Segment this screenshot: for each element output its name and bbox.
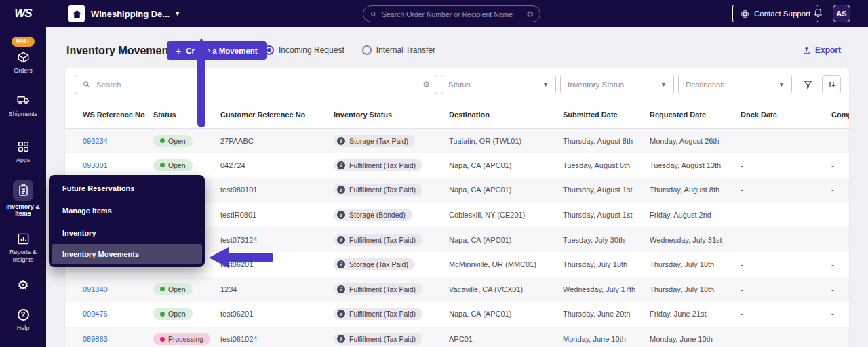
filter-funnel-button[interactable] — [799, 76, 816, 94]
table-cell: iStorage (Tax Paid) — [334, 252, 449, 277]
table-cell: Tuesday, August 13th — [650, 153, 741, 178]
table-cell: - — [831, 327, 849, 347]
nav-label-orders: Orders — [14, 67, 33, 75]
radio-unselected-icon — [362, 45, 372, 55]
menu-item-inventory-movements[interactable]: Inventory Movements — [52, 244, 202, 264]
ws-reference-link[interactable]: 089863 — [83, 335, 108, 343]
ws-reference-link[interactable]: 091840 — [83, 285, 108, 293]
column-header-customer-reference[interactable]: Customer Reference No — [220, 101, 334, 128]
inventory-status-filter-dropdown[interactable]: Inventory Status ▼ — [560, 75, 674, 94]
sidebar-divider — [8, 300, 38, 300]
table-row[interactable]: 093001Open042724iFulfillment (Tax Paid)N… — [65, 153, 849, 178]
table-row[interactable]: 089863Processingtest061024iFulfillment (… — [65, 327, 849, 347]
topbar: Wineshipping De... ▼ ⚙ Contact Support A… — [46, 0, 868, 27]
export-icon — [802, 46, 811, 55]
column-header-dock-date[interactable]: Dock Date — [741, 101, 831, 128]
table-cell: 090476 — [65, 302, 153, 327]
menu-item-inventory[interactable]: Inventory — [49, 222, 205, 244]
app-root: WS 999+ Orders Shipments Apps Inventory … — [0, 0, 868, 347]
sort-button[interactable] — [822, 75, 841, 94]
inventory-status-badge: iFulfillment (Tax Paid) — [334, 333, 422, 345]
table-cell: Friday, August 2nd — [650, 203, 741, 228]
sidebar-item-reports-insights[interactable]: Reports & Insights — [1, 231, 45, 263]
table-cell: Thursday, August 1st — [563, 203, 650, 228]
search-options-gear-icon[interactable]: ⚙ — [422, 81, 430, 89]
global-search-input[interactable] — [382, 10, 522, 18]
view-radio-group: Incoming Request Internal Transfer — [264, 45, 435, 55]
table-cell: iStorage (Tax Paid) — [334, 128, 449, 153]
funnel-icon — [803, 79, 813, 89]
destination-filter-dropdown[interactable]: Destination ▼ — [678, 75, 792, 94]
column-header-submitted-date[interactable]: Submitted Date — [563, 101, 650, 128]
package-icon — [16, 49, 31, 64]
notifications-bell-icon[interactable] — [813, 7, 823, 20]
radio-incoming-request[interactable]: Incoming Request — [264, 45, 344, 55]
export-button[interactable]: Export — [802, 45, 841, 55]
chevron-down-icon: ▼ — [660, 81, 667, 88]
contact-support-button[interactable]: Contact Support — [732, 5, 818, 22]
ws-reference-link[interactable]: 093234 — [83, 137, 108, 145]
table-cell: iFulfillment (Tax Paid) — [334, 302, 449, 327]
sidebar-item-help[interactable]: ? Help — [1, 307, 45, 332]
sort-arrows-icon — [827, 79, 837, 89]
search-settings-icon[interactable]: ⚙ — [526, 10, 534, 18]
table-cell: - — [831, 153, 849, 178]
table-cell: - — [831, 227, 849, 252]
truck-icon — [16, 93, 31, 108]
sidebar-item-orders[interactable]: Orders — [1, 49, 45, 75]
table-cell: - — [831, 178, 849, 203]
table-row[interactable]: 093234Open27PAABCiStorage (Tax Paid)Tual… — [65, 128, 849, 153]
status-filter-dropdown[interactable]: Status ▼ — [441, 75, 556, 94]
status-dot-icon — [160, 163, 165, 167]
column-header-destination[interactable]: Destination — [449, 101, 563, 128]
column-header-ws-reference[interactable]: WS Reference No — [65, 101, 153, 128]
inventory-status-badge: iStorage (Tax Paid) — [334, 258, 415, 270]
table-cell: - — [831, 203, 849, 228]
table-cell: Napa, CA (APC01) — [449, 153, 563, 178]
info-icon: i — [337, 137, 345, 145]
table-cell: Cobleskill, NY (CE201) — [449, 203, 563, 228]
table-cell: - — [831, 252, 849, 277]
sidebar-item-shipments[interactable]: Shipments — [1, 93, 45, 118]
table-search-input[interactable] — [96, 81, 417, 89]
table-cell: test06201 — [220, 302, 334, 327]
search-icon — [370, 10, 378, 18]
ws-reference-link[interactable]: 093001 — [83, 161, 108, 169]
create-movement-button[interactable]: + Create a Movement — [167, 41, 267, 60]
inventory-status-filter-label: Inventory Status — [568, 81, 624, 89]
table-row[interactable]: 091840Open1234iFulfillment (Tax Paid)Vac… — [65, 277, 849, 302]
table-cell: test073124 — [220, 227, 334, 252]
sidebar-item-inventory-items[interactable]: Inventory & Items — [1, 180, 45, 218]
global-search: ⚙ — [363, 5, 540, 22]
account-switcher[interactable]: Wineshipping De... ▼ — [91, 0, 180, 27]
status-badge: Open — [153, 308, 193, 320]
user-avatar[interactable]: AS — [833, 5, 850, 22]
account-name: Wineshipping De... — [91, 9, 170, 19]
home-store-icon[interactable] — [68, 5, 85, 22]
ws-reference-link[interactable]: 090476 — [83, 310, 108, 318]
menu-item-manage-items[interactable]: Manage Items — [49, 199, 205, 222]
column-header-requested-date[interactable]: Requested Date — [650, 101, 741, 128]
table-cell: - — [741, 203, 831, 228]
table-cell: APC01 — [449, 327, 563, 347]
info-icon: i — [337, 260, 345, 268]
table-cell: Processing — [153, 327, 220, 347]
status-dot-icon — [160, 312, 165, 317]
info-icon: i — [337, 236, 345, 244]
sidebar-item-apps[interactable]: Apps — [1, 139, 45, 164]
info-icon: i — [337, 161, 345, 169]
table-cell: Napa, CA (APC01) — [449, 178, 563, 203]
inventory-status-badge: iStorage (Tax Paid) — [334, 135, 415, 147]
radio-internal-transfer[interactable]: Internal Transfer — [362, 45, 435, 55]
table-cell: test06201 — [220, 252, 334, 277]
nav-label-inventory-items: Inventory & Items — [1, 203, 45, 218]
column-header-status[interactable]: Status — [153, 101, 220, 128]
column-header-completed[interactable]: Comp — [831, 101, 849, 128]
column-header-inventory-status[interactable]: Inventory Status — [334, 101, 449, 128]
table-row[interactable]: 090476Opentest06201iFulfillment (Tax Pai… — [65, 302, 849, 327]
menu-item-future-reservations[interactable]: Future Reservations — [49, 177, 205, 199]
status-dot-icon — [160, 337, 165, 342]
sidebar-item-settings[interactable]: ⚙ — [1, 277, 45, 292]
table-cell: Tuesday, August 6th — [563, 153, 650, 178]
inventory-status-badge: iFulfillment (Tax Paid) — [334, 159, 422, 171]
